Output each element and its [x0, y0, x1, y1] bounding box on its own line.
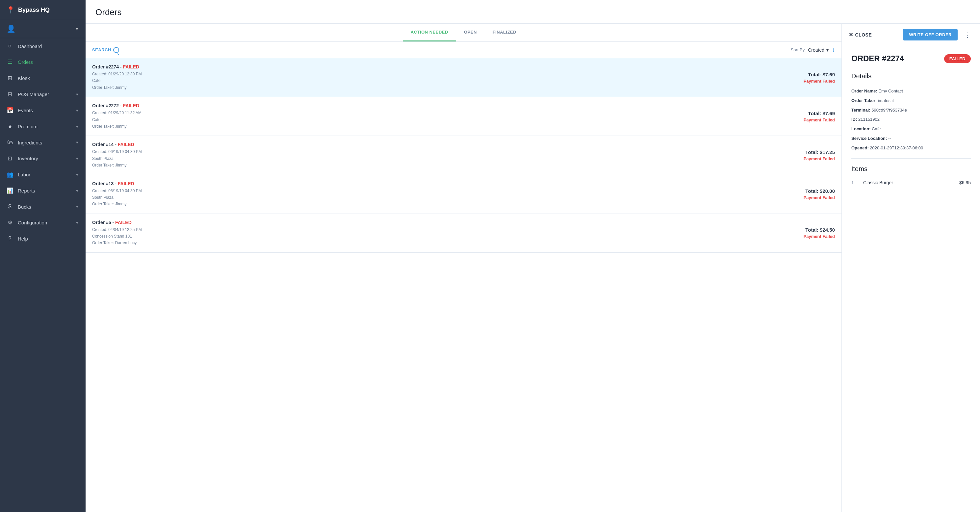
sidebar-item-ingredients[interactable]: 🛍 Ingredients ▼ — [0, 135, 86, 150]
order-taker-value: imatestit — [878, 98, 894, 103]
sidebar-item-inventory[interactable]: ⊡ Inventory ▼ — [0, 150, 86, 167]
chevron-icon-configuration: ▼ — [75, 221, 79, 225]
search-icon — [113, 47, 119, 53]
order-right-2272: Total: $7.69 Payment Failed — [803, 111, 835, 122]
order-item-14[interactable]: Order #14 - FAILED Created: 06/19/19 04:… — [86, 136, 842, 175]
search-button[interactable]: SEARCH — [92, 47, 119, 53]
terminal-label: Terminal: — [851, 108, 870, 113]
sidebar-item-kiosk[interactable]: ⊞ Kiosk — [0, 70, 86, 86]
location-label: Location: — [851, 126, 871, 131]
order-meta-2272: Created: 01/29/20 11:32 AMCafeOrder Take… — [92, 110, 803, 130]
sidebar-item-pos-manager[interactable]: ⊟ POS Manager ▼ — [0, 86, 86, 102]
sidebar-item-bucks[interactable]: $ Bucks ▼ — [0, 199, 86, 215]
order-meta-2274: Created: 01/29/20 12:39 PMCafeOrder Take… — [92, 71, 803, 91]
sidebar-nav: ○ Dashboard ☰ Orders ⊞ Kiosk ⊟ POS Manag… — [0, 38, 86, 512]
order-item-5[interactable]: Order #5 - FAILED Created: 04/04/19 12:2… — [86, 214, 842, 253]
order-item-2272[interactable]: Order #2272 - FAILED Created: 01/29/20 1… — [86, 97, 842, 136]
tab-finalized[interactable]: FINALIZED — [485, 24, 524, 41]
ingredients-icon: 🛍 — [6, 139, 13, 146]
order-info-13: Order #13 - FAILED Created: 06/19/19 04:… — [92, 181, 803, 208]
order-status-label-2272: FAILED — [123, 103, 139, 108]
order-payment-status-2274: Payment Failed — [803, 79, 835, 84]
detail-id: ID: 211151902 — [851, 116, 971, 123]
order-status-label-13: FAILED — [118, 181, 134, 186]
detail-panel: ✕ CLOSE WRITE OFF ORDER ⋮ ORDER #2274 FA… — [842, 24, 980, 512]
sidebar-item-configuration[interactable]: ⚙ Configuration ▼ — [0, 215, 86, 231]
sidebar-item-label-inventory: Inventory — [18, 156, 75, 161]
location-icon: 📍 — [6, 6, 15, 14]
orders-list: Order #2274 - FAILED Created: 01/29/20 1… — [86, 58, 842, 512]
order-title-2272: Order #2272 - FAILED — [92, 103, 803, 108]
detail-body: ORDER #2274 FAILED Details Order Name: E… — [842, 46, 980, 195]
sidebar-item-label-ingredients: Ingredients — [18, 140, 75, 145]
order-meta-13: Created: 06/19/19 04:30 PMSouth PlazaOrd… — [92, 188, 803, 208]
brand-name: Bypass HQ — [18, 6, 50, 13]
order-title-2274: Order #2274 - FAILED — [92, 64, 803, 70]
order-name-value: Emv Contact — [878, 89, 903, 94]
sidebar-item-premium[interactable]: ★ Premium ▼ — [0, 118, 86, 135]
user-chevron-icon: ▼ — [75, 27, 79, 31]
main-header: Orders — [86, 0, 980, 24]
detail-opened: Opened: 2020-01-29T12:39:37-06:00 — [851, 145, 971, 152]
sidebar-item-label-help: Help — [18, 236, 79, 242]
order-info-2272: Order #2272 - FAILED Created: 01/29/20 1… — [92, 103, 803, 130]
configuration-icon: ⚙ — [6, 219, 13, 226]
sort-area: Sort By Created ▾ ↓ — [791, 46, 835, 53]
detail-order-number: ORDER #2274 — [851, 54, 904, 63]
item-price: $6.95 — [959, 180, 971, 185]
items-list: 1 Classic Burger $6.95 — [851, 178, 971, 187]
sidebar-item-orders[interactable]: ☰ Orders — [0, 54, 86, 70]
order-taker-label: Order Taker: — [851, 98, 877, 103]
inventory-icon: ⊡ — [6, 155, 13, 162]
sidebar-brand: 📍 Bypass HQ — [0, 0, 86, 20]
bucks-icon: $ — [6, 204, 13, 210]
order-item-13[interactable]: Order #13 - FAILED Created: 06/19/19 04:… — [86, 175, 842, 214]
order-total-14: Total: $17.25 — [803, 149, 835, 155]
order-total-2272: Total: $7.69 — [803, 111, 835, 116]
sidebar-item-labor[interactable]: 👥 Labor ▼ — [0, 167, 86, 183]
sidebar-item-label-configuration: Configuration — [18, 220, 75, 226]
sidebar-item-label-premium: Premium — [18, 124, 75, 129]
item-row: 1 Classic Burger $6.95 — [851, 178, 971, 187]
order-total-13: Total: $20.00 — [803, 188, 835, 194]
chevron-icon-events: ▼ — [75, 108, 79, 113]
sidebar-item-label-kiosk: Kiosk — [18, 75, 79, 81]
chevron-icon-reports: ▼ — [75, 189, 79, 193]
sidebar-item-label-events: Events — [18, 108, 75, 113]
sort-direction-icon[interactable]: ↓ — [832, 46, 835, 53]
tab-action-needed[interactable]: ACTION NEEDED — [403, 24, 456, 41]
chevron-icon-inventory: ▼ — [75, 157, 79, 161]
kiosk-icon: ⊞ — [6, 75, 13, 82]
tabs-bar: ACTION NEEDEDOPENFINALIZED — [86, 24, 842, 42]
id-value: 211151902 — [858, 117, 880, 122]
sidebar: 📍 Bypass HQ 👤 ▼ ○ Dashboard ☰ Orders ⊞ K… — [0, 0, 86, 512]
order-status-label-5: FAILED — [115, 220, 132, 225]
write-off-button[interactable]: WRITE OFF ORDER — [903, 29, 958, 40]
sidebar-item-help[interactable]: ? Help — [0, 231, 86, 246]
order-right-2274: Total: $7.69 Payment Failed — [803, 72, 835, 84]
order-right-13: Total: $20.00 Payment Failed — [803, 188, 835, 200]
tab-open[interactable]: OPEN — [456, 24, 485, 41]
dashboard-icon: ○ — [6, 43, 13, 49]
order-title-14: Order #14 - FAILED — [92, 142, 803, 147]
detail-terminal: Terminal: 590cd9f7f953734e — [851, 107, 971, 114]
detail-divider — [851, 158, 971, 159]
sort-select[interactable]: Created ▾ — [808, 48, 829, 52]
chevron-icon-pos-manager: ▼ — [75, 92, 79, 96]
sidebar-item-dashboard[interactable]: ○ Dashboard — [0, 38, 86, 54]
search-label: SEARCH — [92, 48, 111, 52]
order-item-2274[interactable]: Order #2274 - FAILED Created: 01/29/20 1… — [86, 58, 842, 97]
sidebar-user[interactable]: 👤 ▼ — [0, 20, 86, 38]
more-options-icon[interactable]: ⋮ — [962, 30, 974, 40]
sort-dropdown-icon[interactable]: ▾ — [826, 48, 829, 52]
order-meta-5: Created: 04/04/19 12:25 PMConcession Sta… — [92, 226, 803, 246]
sidebar-item-reports[interactable]: 📊 Reports ▼ — [0, 183, 86, 199]
sidebar-item-events[interactable]: 📅 Events ▼ — [0, 102, 86, 118]
detail-order-taker: Order Taker: imatestit — [851, 97, 971, 104]
order-title-13: Order #13 - FAILED — [92, 181, 803, 186]
details-section-title: Details — [851, 72, 971, 83]
close-button[interactable]: ✕ CLOSE — [849, 32, 872, 38]
chevron-icon-ingredients: ▼ — [75, 140, 79, 145]
order-status-label-14: FAILED — [118, 142, 134, 147]
item-qty: 1 — [851, 180, 858, 185]
